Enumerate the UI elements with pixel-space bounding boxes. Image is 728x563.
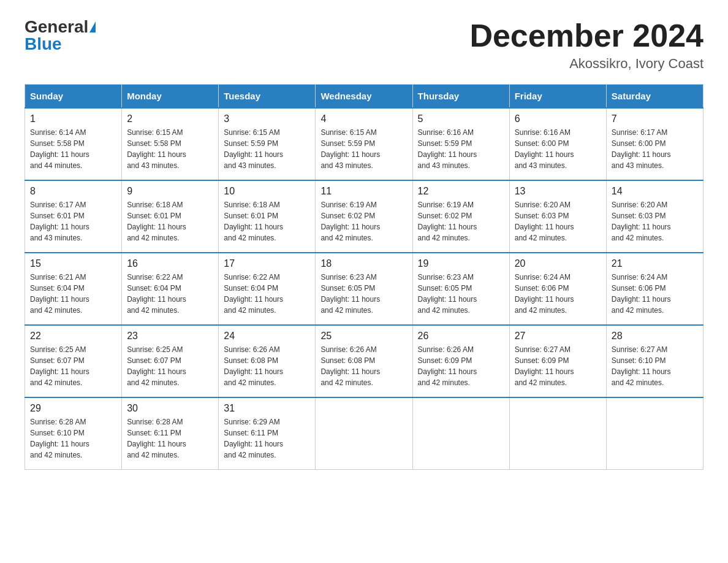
- day-info: Sunrise: 6:14 AMSunset: 5:58 PMDaylight:…: [30, 128, 89, 170]
- header-sunday: Sunday: [25, 85, 122, 109]
- calendar-cell: [509, 397, 606, 470]
- day-number: 12: [418, 186, 504, 197]
- location-title: Akossikro, Ivory Coast: [469, 56, 703, 72]
- header-friday: Friday: [509, 85, 606, 109]
- day-number: 29: [30, 403, 116, 414]
- day-number: 7: [612, 113, 698, 124]
- calendar-cell: 16 Sunrise: 6:22 AMSunset: 6:04 PMDaylig…: [122, 253, 219, 325]
- day-number: 20: [515, 258, 601, 269]
- day-info: Sunrise: 6:28 AMSunset: 6:11 PMDaylight:…: [127, 418, 186, 459]
- calendar-cell: 12 Sunrise: 6:19 AMSunset: 6:02 PMDaylig…: [412, 180, 509, 253]
- day-info: Sunrise: 6:22 AMSunset: 6:04 PMDaylight:…: [127, 273, 186, 315]
- header-tuesday: Tuesday: [219, 85, 316, 109]
- calendar-cell: 3 Sunrise: 6:15 AMSunset: 5:59 PMDayligh…: [219, 108, 316, 180]
- day-number: 28: [612, 331, 698, 342]
- day-number: 22: [30, 331, 116, 342]
- calendar-cell: 22 Sunrise: 6:25 AMSunset: 6:07 PMDaylig…: [25, 325, 122, 397]
- calendar-cell: 26 Sunrise: 6:26 AMSunset: 6:09 PMDaylig…: [412, 325, 509, 397]
- day-number: 30: [127, 403, 213, 414]
- header-monday: Monday: [122, 85, 219, 109]
- logo-triangle-icon: [89, 21, 96, 33]
- header-thursday: Thursday: [412, 85, 509, 109]
- day-number: 11: [320, 186, 407, 197]
- calendar-cell: 6 Sunrise: 6:16 AMSunset: 6:00 PMDayligh…: [509, 108, 606, 180]
- calendar-cell: 27 Sunrise: 6:27 AMSunset: 6:09 PMDaylig…: [509, 325, 606, 397]
- calendar-cell: 19 Sunrise: 6:23 AMSunset: 6:05 PMDaylig…: [412, 253, 509, 325]
- day-number: 6: [515, 113, 601, 124]
- day-info: Sunrise: 6:23 AMSunset: 6:05 PMDaylight:…: [320, 273, 380, 315]
- day-number: 18: [320, 258, 407, 269]
- day-info: Sunrise: 6:29 AMSunset: 6:11 PMDaylight:…: [224, 418, 283, 459]
- calendar-cell: [412, 397, 509, 470]
- calendar-cell: 5 Sunrise: 6:16 AMSunset: 5:59 PMDayligh…: [412, 108, 509, 180]
- day-number: 15: [30, 258, 116, 269]
- day-number: 31: [224, 403, 310, 414]
- calendar-cell: 1 Sunrise: 6:14 AMSunset: 5:58 PMDayligh…: [25, 108, 122, 180]
- calendar-cell: 20 Sunrise: 6:24 AMSunset: 6:06 PMDaylig…: [509, 253, 606, 325]
- day-info: Sunrise: 6:27 AMSunset: 6:10 PMDaylight:…: [612, 345, 671, 387]
- day-info: Sunrise: 6:26 AMSunset: 6:08 PMDaylight:…: [320, 345, 380, 387]
- day-info: Sunrise: 6:15 AMSunset: 5:59 PMDaylight:…: [320, 128, 380, 170]
- day-number: 26: [418, 331, 504, 342]
- header-row: SundayMondayTuesdayWednesdayThursdayFrid…: [25, 85, 703, 109]
- day-info: Sunrise: 6:24 AMSunset: 6:06 PMDaylight:…: [612, 273, 671, 315]
- calendar-cell: 4 Sunrise: 6:15 AMSunset: 5:59 PMDayligh…: [316, 108, 412, 180]
- day-info: Sunrise: 6:20 AMSunset: 6:03 PMDaylight:…: [612, 201, 671, 242]
- calendar-cell: 25 Sunrise: 6:26 AMSunset: 6:08 PMDaylig…: [316, 325, 412, 397]
- calendar-cell: 8 Sunrise: 6:17 AMSunset: 6:01 PMDayligh…: [25, 180, 122, 253]
- day-info: Sunrise: 6:23 AMSunset: 6:05 PMDaylight:…: [418, 273, 477, 315]
- day-info: Sunrise: 6:15 AMSunset: 5:58 PMDaylight:…: [127, 128, 186, 170]
- calendar-cell: 21 Sunrise: 6:24 AMSunset: 6:06 PMDaylig…: [606, 253, 703, 325]
- logo-general-text: General: [25, 18, 88, 36]
- day-number: 4: [320, 113, 407, 124]
- header-saturday: Saturday: [606, 85, 703, 109]
- day-info: Sunrise: 6:22 AMSunset: 6:04 PMDaylight:…: [224, 273, 283, 315]
- day-info: Sunrise: 6:25 AMSunset: 6:07 PMDaylight:…: [127, 345, 186, 387]
- week-row: 29 Sunrise: 6:28 AMSunset: 6:10 PMDaylig…: [25, 397, 703, 470]
- calendar-table: SundayMondayTuesdayWednesdayThursdayFrid…: [25, 84, 703, 470]
- day-info: Sunrise: 6:25 AMSunset: 6:07 PMDaylight:…: [30, 345, 89, 387]
- calendar-cell: 11 Sunrise: 6:19 AMSunset: 6:02 PMDaylig…: [316, 180, 412, 253]
- day-info: Sunrise: 6:19 AMSunset: 6:02 PMDaylight:…: [418, 201, 477, 242]
- day-number: 16: [127, 258, 213, 269]
- calendar-cell: 29 Sunrise: 6:28 AMSunset: 6:10 PMDaylig…: [25, 397, 122, 470]
- day-info: Sunrise: 6:16 AMSunset: 5:59 PMDaylight:…: [418, 128, 477, 170]
- calendar-cell: [316, 397, 412, 470]
- day-info: Sunrise: 6:17 AMSunset: 6:01 PMDaylight:…: [30, 201, 89, 242]
- calendar-cell: 13 Sunrise: 6:20 AMSunset: 6:03 PMDaylig…: [509, 180, 606, 253]
- day-info: Sunrise: 6:16 AMSunset: 6:00 PMDaylight:…: [515, 128, 574, 170]
- day-info: Sunrise: 6:19 AMSunset: 6:02 PMDaylight:…: [320, 201, 380, 242]
- logo: General Blue: [25, 18, 96, 53]
- day-number: 27: [515, 331, 601, 342]
- calendar-cell: 31 Sunrise: 6:29 AMSunset: 6:11 PMDaylig…: [219, 397, 316, 470]
- week-row: 22 Sunrise: 6:25 AMSunset: 6:07 PMDaylig…: [25, 325, 703, 397]
- calendar-cell: 14 Sunrise: 6:20 AMSunset: 6:03 PMDaylig…: [606, 180, 703, 253]
- day-number: 13: [515, 186, 601, 197]
- calendar-cell: 17 Sunrise: 6:22 AMSunset: 6:04 PMDaylig…: [219, 253, 316, 325]
- calendar-header: SundayMondayTuesdayWednesdayThursdayFrid…: [25, 85, 703, 109]
- day-number: 23: [127, 331, 213, 342]
- calendar-cell: 15 Sunrise: 6:21 AMSunset: 6:04 PMDaylig…: [25, 253, 122, 325]
- day-info: Sunrise: 6:18 AMSunset: 6:01 PMDaylight:…: [127, 201, 186, 242]
- day-info: Sunrise: 6:28 AMSunset: 6:10 PMDaylight:…: [30, 418, 89, 459]
- day-number: 2: [127, 113, 213, 124]
- day-info: Sunrise: 6:21 AMSunset: 6:04 PMDaylight:…: [30, 273, 89, 315]
- day-number: 14: [612, 186, 698, 197]
- day-info: Sunrise: 6:18 AMSunset: 6:01 PMDaylight:…: [224, 201, 283, 242]
- day-info: Sunrise: 6:26 AMSunset: 6:09 PMDaylight:…: [418, 345, 477, 387]
- calendar-cell: 10 Sunrise: 6:18 AMSunset: 6:01 PMDaylig…: [219, 180, 316, 253]
- calendar-cell: 23 Sunrise: 6:25 AMSunset: 6:07 PMDaylig…: [122, 325, 219, 397]
- day-number: 1: [30, 113, 116, 124]
- day-number: 21: [612, 258, 698, 269]
- calendar-cell: 9 Sunrise: 6:18 AMSunset: 6:01 PMDayligh…: [122, 180, 219, 253]
- day-info: Sunrise: 6:17 AMSunset: 6:00 PMDaylight:…: [612, 128, 671, 170]
- day-number: 8: [30, 186, 116, 197]
- month-title: December 2024: [469, 18, 703, 53]
- day-info: Sunrise: 6:26 AMSunset: 6:08 PMDaylight:…: [224, 345, 283, 387]
- day-number: 17: [224, 258, 310, 269]
- week-row: 8 Sunrise: 6:17 AMSunset: 6:01 PMDayligh…: [25, 180, 703, 253]
- calendar-body: 1 Sunrise: 6:14 AMSunset: 5:58 PMDayligh…: [25, 108, 703, 470]
- day-info: Sunrise: 6:15 AMSunset: 5:59 PMDaylight:…: [224, 128, 283, 170]
- page-header: General Blue December 2024 Akossikro, Iv…: [25, 18, 703, 72]
- day-number: 24: [224, 331, 310, 342]
